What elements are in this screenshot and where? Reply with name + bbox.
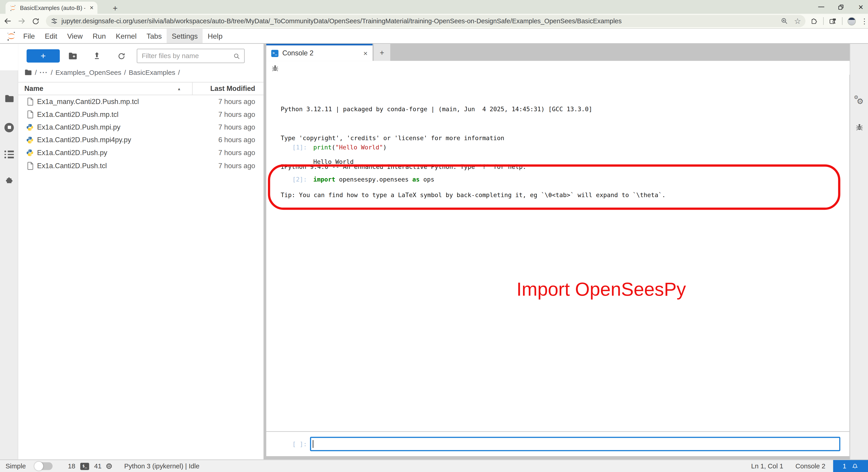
left-activity-bar xyxy=(0,43,18,459)
simple-mode-toggle[interactable] xyxy=(35,462,53,470)
browser-tab-close-icon[interactable]: × xyxy=(90,4,94,11)
file-row[interactable]: Ex1a.Canti2D.Push.tcl 7 hours ago xyxy=(18,159,264,172)
console-tab-close-icon[interactable]: × xyxy=(364,50,368,57)
menu-edit[interactable]: Edit xyxy=(40,29,62,43)
annotation-ellipse xyxy=(268,164,840,210)
console-input-divider xyxy=(266,431,850,432)
text-cursor xyxy=(313,440,313,448)
window-close-button[interactable]: × xyxy=(857,3,865,11)
kernel-chip-icon[interactable] xyxy=(105,462,113,470)
cell-1-code[interactable]: print("Hello World") xyxy=(313,143,386,152)
console-panel: >_ Console 2 × + Python 3.12.11 | xyxy=(266,43,850,456)
add-tab-button[interactable]: + xyxy=(374,43,390,61)
file-row[interactable]: Ex1a.Canti2D.Push.mp.tcl 7 hours ago xyxy=(18,108,264,121)
terminal-icon[interactable]: $_ xyxy=(80,463,89,470)
screen: BasicExamples (auto-B) - Jupyte × + × xyxy=(0,0,868,472)
file-row[interactable]: Ex1a.Canti2D.Push.py 7 hours ago xyxy=(18,147,264,159)
extensions-icon[interactable] xyxy=(810,17,818,25)
console-tab-bar: >_ Console 2 × + xyxy=(266,43,850,61)
jupyter-favicon-icon xyxy=(9,4,17,11)
new-folder-icon[interactable] xyxy=(67,51,78,61)
zoom-icon[interactable] xyxy=(781,17,788,25)
forward-icon[interactable] xyxy=(16,15,28,27)
menu-help[interactable]: Help xyxy=(203,29,228,43)
new-launcher-button[interactable]: + xyxy=(27,49,60,63)
browser-new-tab-button[interactable]: + xyxy=(109,2,121,14)
menu-file[interactable]: File xyxy=(18,29,40,43)
column-name[interactable]: Name xyxy=(24,85,43,92)
simple-mode-label: Simple xyxy=(5,462,26,470)
file-row[interactable]: Ex1a.Canti2D.Push.mpi4py.py 6 hours ago xyxy=(18,134,264,147)
kernels-count[interactable]: 41 xyxy=(94,462,101,470)
refresh-icon[interactable] xyxy=(116,51,127,61)
python-file-icon xyxy=(26,149,34,157)
menu-settings[interactable]: Settings xyxy=(167,29,203,43)
right-activity-bar: ⚙⚙ xyxy=(850,43,868,459)
debugger-bug-icon[interactable] xyxy=(271,64,279,72)
filter-search-icon xyxy=(233,52,240,59)
browser-tab[interactable]: BasicExamples (auto-B) - Jupyte × xyxy=(5,2,97,14)
debugger-tab-icon[interactable] xyxy=(850,121,868,132)
console-tab[interactable]: >_ Console 2 × xyxy=(266,43,373,61)
menu-run[interactable]: Run xyxy=(88,29,111,43)
console-toolbar xyxy=(266,61,850,74)
window-restore-button[interactable] xyxy=(837,3,845,11)
extension-manager-tab-icon[interactable] xyxy=(0,174,18,187)
file-row[interactable]: Ex1a_many.Canti2D.Push.mp.tcl 7 hours ag… xyxy=(18,95,264,108)
python-file-icon xyxy=(26,123,34,131)
profile-avatar[interactable] xyxy=(847,17,856,25)
browser-toolbar: jupyter.designsafe-ci.org/user/silvia/la… xyxy=(0,14,868,29)
toolbar-separator xyxy=(842,17,842,25)
menu-kernel[interactable]: Kernel xyxy=(111,29,142,43)
running-kernels-tab-icon[interactable] xyxy=(0,122,18,133)
breadcrumb-home-folder-icon[interactable] xyxy=(24,69,32,76)
console-input[interactable] xyxy=(310,437,840,451)
file-list: Ex1a_many.Canti2D.Push.mp.tcl 7 hours ag… xyxy=(18,95,264,172)
toolbar-separator xyxy=(823,17,824,25)
breadcrumb-folder[interactable]: BasicExamples xyxy=(129,69,175,76)
file-list-header[interactable]: Name ▲ Last Modified xyxy=(18,82,264,95)
menu-view[interactable]: View xyxy=(62,29,88,43)
notification-count: 1 xyxy=(843,462,846,470)
upload-icon[interactable] xyxy=(91,51,102,61)
reload-icon[interactable] xyxy=(29,15,41,27)
jupyter-logo-icon xyxy=(4,29,18,43)
search-tabs-icon[interactable] xyxy=(829,17,837,25)
breadcrumb-folder[interactable]: Examples_OpenSees xyxy=(55,69,121,76)
annotation-label: Import OpenSeesPy xyxy=(517,279,686,300)
breadcrumb-ellipsis[interactable]: ··· xyxy=(39,69,48,76)
notifications-badge[interactable]: 1 xyxy=(833,460,868,472)
property-inspector-tab-icon[interactable]: ⚙⚙ xyxy=(850,96,868,107)
kernel-status[interactable]: Python 3 (ipykernel) | Idle xyxy=(124,462,199,470)
file-row[interactable]: Ex1a.Canti2D.Push.mpi.py 7 hours ago xyxy=(18,121,264,134)
table-of-contents-tab-icon[interactable] xyxy=(0,149,18,160)
status-bar: Simple 18 $_ 41 Python 3 (ipykernel) | I… xyxy=(0,460,868,472)
back-icon[interactable] xyxy=(2,15,14,27)
cursor-position[interactable]: Ln 1, Col 1 xyxy=(751,462,783,470)
menu-tabs[interactable]: Tabs xyxy=(142,29,166,43)
url-bar[interactable]: jupyter.designsafe-ci.org/user/silvia/la… xyxy=(46,15,805,27)
filter-files-box xyxy=(137,49,245,63)
file-browser-tab-icon[interactable] xyxy=(0,93,18,104)
bell-icon xyxy=(851,462,859,470)
browser-toolbar-right: ⋮ xyxy=(810,17,868,25)
console-icon: >_ xyxy=(271,50,278,57)
window-minimize-button[interactable] xyxy=(817,3,825,11)
file-browser-panel: + xyxy=(18,43,264,459)
filter-files-input[interactable] xyxy=(137,52,233,60)
column-last-modified[interactable]: Last Modified xyxy=(210,85,255,92)
terminals-count[interactable]: 18 xyxy=(68,462,75,470)
cell-1-prompt: [1]: xyxy=(292,143,307,152)
active-panel-label[interactable]: Console 2 xyxy=(796,462,825,470)
file-icon xyxy=(26,110,34,119)
sort-ascending-icon: ▲ xyxy=(177,87,181,91)
main-dock: + xyxy=(0,43,868,459)
browser-menu-icon[interactable]: ⋮ xyxy=(861,18,868,25)
jupyterlab-menubar: File Edit View Run Kernel Tabs Settings … xyxy=(0,29,868,43)
bookmark-star-icon[interactable]: ☆ xyxy=(794,17,801,25)
url-text[interactable]: jupyter.designsafe-ci.org/user/silvia/la… xyxy=(61,17,778,25)
site-settings-icon[interactable] xyxy=(51,17,58,25)
console-tab-label: Console 2 xyxy=(282,49,313,57)
file-icon xyxy=(26,162,34,170)
browser-tab-strip: BasicExamples (auto-B) - Jupyte × + × xyxy=(0,0,868,14)
